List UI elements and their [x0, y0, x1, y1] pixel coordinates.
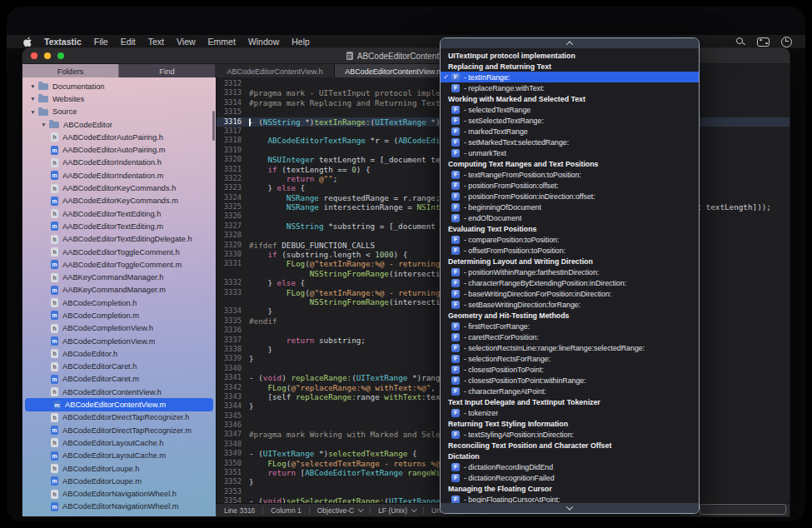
tree-file-abcodeeditorlayoutcache-m[interactable]: mABCodeEditorLayoutCache.m [22, 450, 216, 462]
tree-file-aabkeycommandmanager-m[interactable]: mAABKeyCommandManager.m [22, 284, 216, 296]
symbol-item-replacerange-withtext[interactable]: F- replaceRange:withText: [441, 82, 699, 93]
tree-file-abcodeeditordirecttaprecognizer-m[interactable]: mABCodeEditorDirectTapRecognizer.m [22, 424, 216, 436]
menu-edit[interactable]: Edit [121, 37, 136, 47]
tree-folder-documentation[interactable]: ▾Documentation [22, 80, 216, 92]
tree-file-abcodeeditornavigationwheel-m[interactable]: mABCodeEditorNavigationWheel.m [22, 501, 216, 513]
symbol-item-caretrectforposition[interactable]: F- caretRectForPosition: [441, 331, 699, 342]
symbol-item-characterrangebyextendingposition-indirection[interactable]: F- characterRangeByExtendingPosition:inD… [441, 277, 699, 288]
scroll-down-arrow[interactable] [441, 503, 699, 513]
tree-file-abcodecompletion-m[interactable]: mABCodeCompletion.m [22, 309, 216, 321]
tree-file-abcodeeditorloupe-h[interactable]: hABCodeEditorLoupe.h [22, 462, 216, 475]
editor-tab-abcodeeditorcontentview-h[interactable]: ABCodeEditorContentView.h [216, 64, 335, 78]
symbol-item-dictationrecognitionfailed[interactable]: F- dictationRecognitionFailed [441, 472, 699, 483]
symbol-item-firstrectforrange[interactable]: F- firstRectForRange: [441, 321, 699, 331]
symbol-item-textstylingatposition-indirection[interactable]: F- textStylingAtPosition:inDirection: [441, 429, 699, 440]
symbol-item-setselectedtextrange[interactable]: F- setSelectedTextRange: [441, 115, 699, 126]
symbol-item-dictationrecordingdidend[interactable]: F- dictationRecordingDidEnd [441, 461, 699, 472]
menu-view[interactable]: View [177, 37, 196, 47]
menu-help[interactable]: Help [291, 37, 310, 47]
code-token [249, 459, 267, 468]
menu-window[interactable]: Window [248, 37, 279, 47]
symbol-item-positionfromposition-offset[interactable]: F- positionFromPosition:offset: [441, 180, 699, 191]
search-icon[interactable] [736, 37, 745, 47]
clock-icon[interactable] [781, 37, 792, 47]
symbol-item-closestpositiontopoint-withinrange[interactable]: F- closestPositionToPoint:withinRange: [441, 375, 699, 386]
symbol-item-offsetfromposition-toposition[interactable]: F- offsetFromPosition:toPosition: [441, 245, 699, 256]
apple-menu[interactable] [23, 37, 32, 47]
symbol-item-basewritingdirectionforposition-indirection[interactable]: F- baseWritingDirectionForPosition:inDir… [441, 288, 699, 299]
symbol-item-markedtextrange[interactable]: F- markedTextRange [441, 126, 699, 137]
disclosure-triangle[interactable]: ▾ [29, 108, 37, 116]
tree-file-aabcodeeditorautopairing-h[interactable]: hAABCodeEditorAutoPairing.h [22, 131, 216, 143]
tree-file-aabcodeeditorindentation-h[interactable]: hAABCodeEditorIndentation.h [22, 157, 216, 169]
tree-file-aabcodeeditortexteditingdelegate-h[interactable]: hAABCodeEditorTextEditingDelegate.h [22, 233, 216, 246]
editor-tab-abcodeeditorcontentview-m[interactable]: ABCodeEditorContentView.m [335, 64, 454, 78]
close-button[interactable] [31, 52, 37, 59]
zoom-button[interactable] [57, 52, 64, 59]
tab-find[interactable]: Find [119, 64, 216, 78]
tree-file-abcodecompletionview-m[interactable]: mABCodeCompletionView.m [22, 335, 216, 347]
control-center-icon[interactable] [757, 37, 770, 47]
tree-file-aabkeycommandmanager-h[interactable]: hAABKeyCommandManager.h [22, 271, 216, 283]
code-token [249, 174, 286, 183]
scroll-up-arrow[interactable] [441, 38, 699, 48]
code-token [249, 269, 310, 278]
item-label: AABCodeEditorKeyCommands.m [62, 197, 178, 205]
symbol-item-unmarktext[interactable]: F- unmarkText [441, 147, 699, 158]
tree-file-abcodeeditor-h[interactable]: hABCodeEditor.h [22, 347, 216, 360]
symbol-item-positionwithinrange-farthestindirection[interactable]: F- positionWithinRange:farthestInDirecti… [441, 266, 699, 277]
status-line-ending-selector[interactable]: LF (Unix) [376, 506, 417, 515]
menu-textastic[interactable]: Textastic [44, 37, 82, 47]
menu-text[interactable]: Text [148, 37, 164, 47]
disclosure-triangle[interactable]: ▾ [29, 95, 37, 102]
tree-file-abcodeeditorloupe-m[interactable]: mABCodeEditorLoupe.m [22, 475, 216, 487]
symbol-item-beginfloatingcursoratpoint[interactable]: F- beginFloatingCursorAtPoint: [441, 494, 699, 503]
symbol-item-textinrange[interactable]: ✓F- textInRange: [441, 72, 699, 82]
tree-file-abcodeeditorcaret-m[interactable]: mABCodeEditorCaret.m [22, 373, 216, 386]
tree-folder-abcodeeditor[interactable]: ▾ABCodeEditor [22, 118, 216, 131]
symbol-item-positionfromposition-indirection-offset[interactable]: F- positionFromPosition:inDirection:offs… [441, 191, 699, 202]
tree-file-abcodeeditorcontentview-h[interactable]: hABCodeEditorContentView.h [22, 386, 216, 398]
tree-folder-websites[interactable]: ▾Websites [22, 92, 216, 105]
tree-file-abcodeeditorcontentview-m[interactable]: mABCodeEditorContentView.m [25, 398, 213, 411]
minimize-button[interactable] [44, 52, 51, 59]
tree-file-aabcodeeditorindentation-m[interactable]: mAABCodeEditorIndentation.m [22, 169, 216, 182]
menu-file[interactable]: File [94, 37, 108, 47]
tree-folder-source[interactable]: ▾Source [22, 106, 216, 118]
disclosure-triangle[interactable]: ▾ [40, 121, 47, 128]
tree-file-aabcodeeditortogglecomment-h[interactable]: hAABCodeEditorToggleComment.h [22, 246, 216, 258]
symbol-item-compareposition-toposition[interactable]: F- comparePosition:toPosition: [441, 234, 699, 245]
tree-file-abcodecompletionview-h[interactable]: hABCodeCompletionView.h [22, 322, 216, 335]
item-label: ABCodeCompletion.h [62, 299, 137, 307]
tree-file-abcodeeditorcaret-h[interactable]: hABCodeEditorCaret.h [22, 361, 216, 373]
symbol-item-closestpositiontopoint[interactable]: F- closestPositionToPoint: [441, 364, 699, 375]
symbol-item-selectionrectsforrange[interactable]: F- selectionRectsForRange: [441, 353, 699, 364]
tree-file-abcodeeditordirecttaprecognizer-h[interactable]: hABCodeEditorDirectTapRecognizer.h [22, 411, 216, 424]
status-syntax-selector[interactable]: Objective-C [316, 506, 364, 515]
tree-file-aabcodeeditortextediting-m[interactable]: mAABCodeEditorTextEditing.m [22, 220, 216, 232]
symbol-item-endofdocument[interactable]: F- endOfDocument [441, 212, 699, 223]
symbol-item-selectedtextrange[interactable]: F- selectedTextRange [441, 104, 699, 115]
symbol-item-beginningofdocument[interactable]: F- beginningOfDocument [441, 202, 699, 212]
menu-emmet[interactable]: Emmet [208, 37, 236, 47]
tree-file-abcodeeditornavigationwheel-h[interactable]: hABCodeEditorNavigationWheel.h [22, 488, 216, 501]
status-aux-box[interactable] [700, 504, 786, 515]
code-token: ) [281, 373, 291, 382]
tab-folders[interactable]: Folders [22, 64, 119, 78]
symbol-item-setmarkedtext-selectedrange[interactable]: F- setMarkedText:selectedRange: [441, 137, 699, 147]
tree-file-aabcodeeditorautopairing-m[interactable]: mAABCodeEditorAutoPairing.m [22, 143, 216, 156]
tree-file-aabcodeeditortogglecomment-m[interactable]: mAABCodeEditorToggleComment.m [22, 258, 216, 271]
symbol-item-textrangefromposition-toposition[interactable]: F- textRangeFromPosition:toPosition: [441, 169, 699, 180]
disclosure-triangle[interactable]: ▾ [29, 82, 37, 90]
symbol-item-tokenizer[interactable]: F- tokenizer [441, 407, 699, 418]
tree-file-abcodecompletion-h[interactable]: hABCodeCompletion.h [22, 296, 216, 309]
code-token: NSString [286, 222, 324, 231]
tree-file-abcodeeditorlayoutcache-h[interactable]: hABCodeEditorLayoutCache.h [22, 436, 216, 449]
symbol-item-characterrangeatpoint[interactable]: F- characterRangeAtPoint: [441, 386, 699, 396]
sidebar-scrollbar[interactable] [212, 111, 215, 141]
symbol-item-setbasewritingdirection-forrange[interactable]: F- setBaseWritingDirection:forRange: [441, 299, 699, 310]
tree-file-aabcodeeditortextediting-h[interactable]: hAABCodeEditorTextEditing.h [22, 207, 216, 220]
tree-file-aabcodeeditorkeycommands-m[interactable]: mAABCodeEditorKeyCommands.m [22, 195, 216, 207]
symbol-item-selectionrectsinline-range-linerange-selectedrange[interactable]: F- selectionRectsInLine:range:lineRange:… [441, 342, 699, 353]
tree-file-aabcodeeditorkeycommands-h[interactable]: hAABCodeEditorKeyCommands.h [22, 182, 216, 194]
